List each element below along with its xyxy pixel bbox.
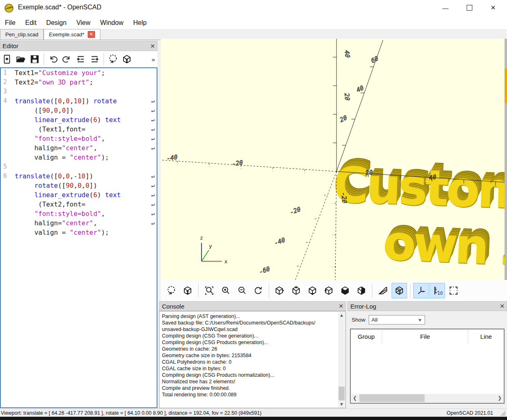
line-number <box>1 134 15 143</box>
perspective-button[interactable] <box>375 283 391 298</box>
indent-button[interactable] <box>88 53 101 66</box>
wrap-marker-icon <box>149 87 157 96</box>
save-file-button[interactable] <box>28 53 41 66</box>
openscad-logo-icon <box>4 3 14 13</box>
menu-file[interactable]: File <box>0 18 20 28</box>
svg-text:»: » <box>110 58 114 64</box>
zoom-in-icon <box>220 285 231 296</box>
zoom-all-button[interactable] <box>201 283 217 298</box>
view-right-button[interactable] <box>272 283 288 298</box>
preview-icon: » <box>108 54 118 64</box>
code-row: 5 <box>1 162 157 171</box>
undo-button[interactable] <box>46 53 60 66</box>
menu-edit[interactable]: Edit <box>20 18 42 28</box>
line-number <box>1 190 15 200</box>
wrap-marker-icon: ↵ <box>149 171 157 181</box>
axis-tick-label: -40 <box>274 236 286 247</box>
menu-design[interactable]: Design <box>41 18 71 28</box>
code-line-text: translate([0,0,10]) rotate <box>15 96 149 106</box>
menu-help[interactable]: Help <box>128 18 151 28</box>
toolbar-separator <box>44 53 44 65</box>
close-button[interactable]: ✕ <box>484 0 503 16</box>
wrap-marker-icon: ↵ <box>149 181 157 190</box>
view-all-button[interactable] <box>446 283 461 298</box>
wrap-marker-icon: ↵ <box>149 134 157 143</box>
resize-grip[interactable] <box>500 410 505 416</box>
tab-bar: Pen_clip.scadExemple.scad*✕ <box>0 29 507 40</box>
tab-close-icon[interactable]: ✕ <box>88 31 95 38</box>
console-close-icon[interactable]: ✕ <box>337 303 345 309</box>
open-file-button[interactable] <box>14 53 27 66</box>
wrap-marker-icon: ↵ <box>149 143 157 153</box>
code-editor[interactable]: 1Text1="Customize your";2Text2="own 3D p… <box>0 67 157 408</box>
menu-window[interactable]: Window <box>95 18 128 28</box>
unindent-button[interactable] <box>74 53 87 66</box>
wrap-marker-icon: ↵ <box>149 96 157 106</box>
view-left-button[interactable] <box>321 283 337 298</box>
tab-pen-clip-scad[interactable]: Pen_clip.scad <box>0 29 44 40</box>
menu-view[interactable]: View <box>71 18 95 28</box>
column-header-file[interactable]: File <box>382 330 469 344</box>
scroll-down-icon[interactable]: ▼ <box>338 401 345 407</box>
editor-close-icon[interactable]: ✕ <box>148 43 157 49</box>
orthogonal-button[interactable] <box>392 283 407 298</box>
line-number <box>1 106 15 115</box>
show-scale-button[interactable]: 10 <box>430 283 445 298</box>
console-panel-title: Console <box>162 303 337 310</box>
view-top-button[interactable] <box>288 283 304 298</box>
new-file-button[interactable] <box>0 53 13 66</box>
show-filter-dropdown[interactable]: All ▼ <box>369 315 425 324</box>
tab-exemple-scad-[interactable]: Exemple.scad*✕ <box>44 29 100 40</box>
console-line: Normalized tree has 2 elements! <box>162 378 337 385</box>
errorlog-scrollbar[interactable]: ❮ ❯ <box>351 394 503 402</box>
code-row: halign="center",↵ <box>1 143 157 153</box>
console-line: CGAL cache size in bytes: 0 <box>162 365 337 372</box>
scroll-up-icon[interactable]: ▲ <box>338 312 345 318</box>
redo-button[interactable] <box>60 53 73 66</box>
scroll-left-icon[interactable]: ❮ <box>351 394 359 402</box>
code-row: (Text1,font=↵ <box>1 124 157 134</box>
console-scroll-thumb[interactable] <box>339 387 345 400</box>
console-line: Compiling design (CSG Products normaliza… <box>162 372 337 378</box>
code-line-text: halign="center", <box>15 143 149 153</box>
maximize-button[interactable] <box>460 0 479 16</box>
wrap-marker-icon <box>149 153 157 162</box>
console-output[interactable]: Parsing design (AST generation)...Saved … <box>159 311 346 408</box>
console-scrollbar[interactable]: ▲ ▼ <box>338 312 345 407</box>
code-row: linear_extrude(6) text↵ <box>1 190 157 200</box>
errorlog-close-icon[interactable]: ✕ <box>498 303 507 309</box>
code-row: (Text2,font=↵ <box>1 200 157 209</box>
view-back-button[interactable] <box>354 283 369 298</box>
view-bottom-button[interactable] <box>305 283 320 298</box>
3d-viewport[interactable]: Customize your own 3D part -40-202040402… <box>161 39 507 280</box>
view-left-icon <box>323 285 334 296</box>
view-front-button[interactable] <box>337 283 353 298</box>
preview-button[interactable]: » <box>106 53 120 66</box>
line-number <box>1 153 15 162</box>
code-line-text: "font:style=bold", <box>15 134 149 143</box>
toolbar-overflow-button[interactable]: » <box>152 56 155 63</box>
errorlog-panel: Error-Log ✕ Show All ▼ GroupFileLine ❮ ❯ <box>348 301 507 409</box>
reset-view-button[interactable] <box>250 283 266 298</box>
render-button[interactable] <box>120 53 133 66</box>
zoom-in-button[interactable] <box>218 283 233 298</box>
minimize-button[interactable]: — <box>436 0 455 16</box>
line-number <box>1 115 15 124</box>
zoom-out-button[interactable] <box>234 283 250 298</box>
column-header-group[interactable]: Group <box>351 330 382 344</box>
scroll-right-icon[interactable]: ❯ <box>496 394 503 402</box>
show-filter-value: All <box>372 317 378 323</box>
show-axes-button[interactable] <box>413 283 429 298</box>
wrap-marker-icon: ↵ <box>149 200 157 209</box>
new-file-icon <box>2 54 12 64</box>
preview-button[interactable]: » <box>164 283 179 298</box>
column-header-line[interactable]: Line <box>468 330 504 344</box>
code-line-text <box>15 162 149 171</box>
chevron-down-icon: ▼ <box>418 318 422 322</box>
editor-panel: Editor ✕ »» 1Text1="Customize your";2Tex… <box>0 40 157 408</box>
errorlog-scroll-thumb[interactable] <box>359 394 425 402</box>
line-number: 1 <box>1 68 15 78</box>
console-panel-header: Console ✕ <box>159 301 346 311</box>
render-button[interactable] <box>180 283 195 298</box>
show-filter-label: Show <box>352 317 365 323</box>
